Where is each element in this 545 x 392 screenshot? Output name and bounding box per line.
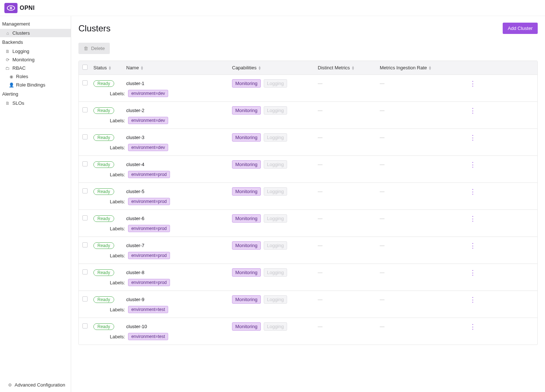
row-actions-button[interactable]: ⋮ <box>465 323 480 331</box>
sidebar-item-clusters[interactable]: ⌂Clusters <box>0 29 71 37</box>
sidebar-item-label: RBAC <box>12 65 26 71</box>
sidebar-item-role-bindings[interactable]: 👤Role Bindings <box>0 81 71 89</box>
cluster-name[interactable]: cluster-5 <box>126 189 232 194</box>
sidebar-item-monitoring[interactable]: ⟳Monitoring <box>0 55 71 64</box>
distinct-metrics-value: — <box>318 243 380 248</box>
capability-logging-badge: Logging <box>264 187 287 196</box>
status-badge: Ready <box>93 188 114 195</box>
row-actions-button[interactable]: ⋮ <box>465 80 480 88</box>
row-checkbox[interactable] <box>82 242 88 247</box>
labels-prefix: Labels: <box>97 226 125 231</box>
row-checkbox[interactable] <box>82 269 88 274</box>
table-row: Readycluster-5MonitoringLogging——⋮Labels… <box>79 183 537 210</box>
capability-monitoring-badge: Monitoring <box>232 322 261 331</box>
cluster-name[interactable]: cluster-2 <box>126 108 232 113</box>
add-cluster-button[interactable]: Add Cluster <box>503 23 538 34</box>
cluster-name[interactable]: cluster-9 <box>126 297 232 302</box>
sidebar-item-label: Monitoring <box>12 57 35 62</box>
row-checkbox[interactable] <box>82 296 88 301</box>
row-checkbox[interactable] <box>82 215 88 220</box>
clusters-table: Status▲▼ Name▲▼ Capabilities▲▼ Distinct … <box>78 61 538 345</box>
sidebar-item-label: SLOs <box>12 100 24 106</box>
capability-monitoring-badge: Monitoring <box>232 295 261 304</box>
table-row: Readycluster-9MonitoringLogging——⋮Labels… <box>79 291 537 318</box>
cluster-name[interactable]: cluster-4 <box>126 162 232 167</box>
table-row: Readycluster-4MonitoringLogging——⋮Labels… <box>79 156 537 183</box>
capability-logging-badge: Logging <box>264 322 287 331</box>
row-checkbox[interactable] <box>82 323 88 328</box>
select-all-checkbox[interactable] <box>82 65 88 70</box>
row-checkbox[interactable] <box>82 107 88 112</box>
col-status[interactable]: Status▲▼ <box>93 65 126 70</box>
label-chip: environment=test <box>128 306 168 313</box>
cluster-name[interactable]: cluster-1 <box>126 81 232 86</box>
cluster-name[interactable]: cluster-8 <box>126 270 232 275</box>
sidebar-item-label: Role Bindings <box>16 82 45 88</box>
cluster-name[interactable]: cluster-6 <box>126 216 232 221</box>
col-name[interactable]: Name▲▼ <box>126 65 232 70</box>
sidebar-item-rbac[interactable]: 🗀RBAC <box>0 64 71 72</box>
sidebar-item-slos[interactable]: 🗎SLOs <box>0 99 71 107</box>
sort-icon: ▲▼ <box>258 66 261 70</box>
row-checkbox[interactable] <box>82 188 88 193</box>
row-actions-button[interactable]: ⋮ <box>465 296 480 304</box>
main-content: Clusters Add Cluster 🗑 Delete Status▲▼ N… <box>71 16 545 392</box>
sort-icon: ▲▼ <box>351 66 355 70</box>
distinct-metrics-value: — <box>318 108 380 113</box>
status-badge: Ready <box>93 134 114 141</box>
sidebar: Management⌂ClustersBackends🗎Logging⟳Moni… <box>0 16 71 392</box>
label-chip: environment=prod <box>128 171 170 178</box>
capability-monitoring-badge: Monitoring <box>232 214 261 223</box>
sidebar-group-title: Backends <box>0 37 71 47</box>
row-checkbox[interactable] <box>82 161 88 166</box>
row-actions-button[interactable]: ⋮ <box>465 107 480 115</box>
sidebar-item-label: Roles <box>16 74 28 79</box>
cluster-name[interactable]: cluster-10 <box>126 324 232 329</box>
row-actions-button[interactable]: ⋮ <box>465 188 480 196</box>
ingestion-rate-value: — <box>380 216 465 221</box>
status-badge: Ready <box>93 269 114 276</box>
page-title: Clusters <box>78 23 111 34</box>
col-capabilities[interactable]: Capabilities▲▼ <box>232 65 318 70</box>
sidebar-item-logging[interactable]: 🗎Logging <box>0 47 71 55</box>
capability-logging-badge: Logging <box>264 295 287 304</box>
row-actions-button[interactable]: ⋮ <box>465 242 480 250</box>
col-distinct-metrics[interactable]: Distinct Metrics▲▼ <box>318 65 380 70</box>
capability-monitoring-badge: Monitoring <box>232 79 261 88</box>
role-bindings-icon: 👤 <box>9 82 14 88</box>
sidebar-item-advanced-configuration[interactable]: ⚙ Advanced Configuration <box>2 381 69 389</box>
ingestion-rate-value: — <box>380 297 465 302</box>
status-badge: Ready <box>93 161 114 168</box>
table-header-row: Status▲▼ Name▲▼ Capabilities▲▼ Distinct … <box>79 61 537 75</box>
capability-monitoring-badge: Monitoring <box>232 160 261 169</box>
row-actions-button[interactable]: ⋮ <box>465 215 480 223</box>
cluster-name[interactable]: cluster-7 <box>126 243 232 248</box>
labels-prefix: Labels: <box>97 334 125 339</box>
sidebar-item-label: Advanced Configuration <box>15 382 65 388</box>
brand-logo[interactable]: OPNI <box>4 3 35 13</box>
row-actions-button[interactable]: ⋮ <box>465 161 480 169</box>
sort-icon: ▲▼ <box>140 66 144 70</box>
distinct-metrics-value: — <box>318 216 380 221</box>
ingestion-rate-value: — <box>380 108 465 113</box>
table-row: Readycluster-3MonitoringLogging——⋮Labels… <box>79 129 537 156</box>
sidebar-item-roles[interactable]: ◉Roles <box>0 72 71 81</box>
cluster-name[interactable]: cluster-3 <box>126 135 232 140</box>
labels-prefix: Labels: <box>97 145 125 150</box>
delete-button[interactable]: 🗑 Delete <box>78 43 110 54</box>
ingestion-rate-value: — <box>380 135 465 140</box>
label-chip: environment=dev <box>128 117 168 124</box>
clusters-icon: ⌂ <box>5 31 10 36</box>
gear-icon: ⚙ <box>7 383 12 388</box>
col-ingestion-rate[interactable]: Metrics Ingestion Rate▲▼ <box>380 65 465 70</box>
monitoring-icon: ⟳ <box>5 57 10 62</box>
table-row: Readycluster-8MonitoringLogging——⋮Labels… <box>79 264 537 291</box>
row-actions-button[interactable]: ⋮ <box>465 134 480 142</box>
sidebar-group-title: Management <box>0 19 71 29</box>
logging-icon: 🗎 <box>5 49 10 54</box>
row-checkbox[interactable] <box>82 80 88 85</box>
distinct-metrics-value: — <box>318 135 380 140</box>
label-chip: environment=prod <box>128 225 170 232</box>
row-checkbox[interactable] <box>82 134 88 139</box>
row-actions-button[interactable]: ⋮ <box>465 269 480 277</box>
